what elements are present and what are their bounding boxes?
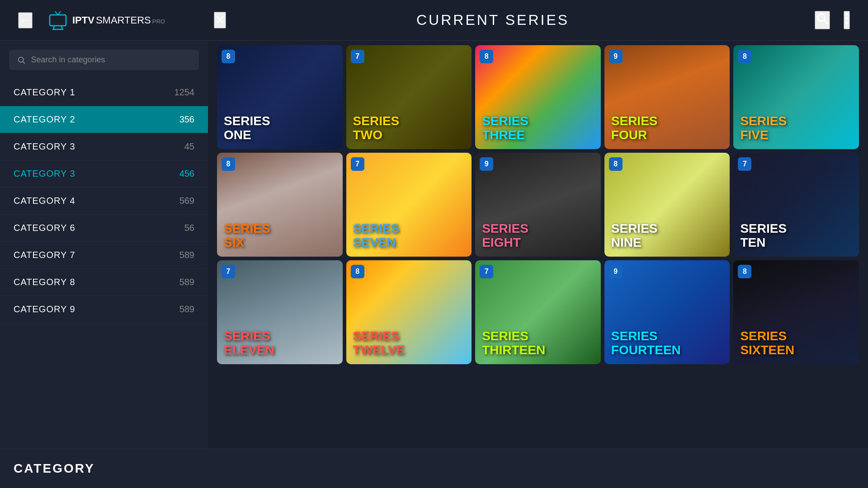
episode-badge: 8 bbox=[351, 265, 364, 278]
sidebar-item-category-8[interactable]: CATEGORY 8 589 bbox=[0, 269, 208, 296]
sidebar-item-category-4[interactable]: CATEGORY 3 456 bbox=[0, 160, 208, 188]
sidebar-item-category-1[interactable]: CATEGORY 1 1254 bbox=[0, 79, 208, 106]
episode-badge: 7 bbox=[351, 50, 364, 63]
category-name: CATEGORY 4 bbox=[14, 196, 75, 206]
more-menu-button[interactable] bbox=[844, 11, 850, 29]
card-background: 8 SERIESTHREE bbox=[475, 45, 601, 149]
series-card-7[interactable]: 7 SERIESSEVEN bbox=[346, 153, 472, 257]
category-count: 589 bbox=[179, 304, 194, 314]
series-card-2[interactable]: 7 SERIESTWO bbox=[346, 45, 472, 149]
card-background: 9 SERIESEIGHT bbox=[475, 153, 601, 257]
header-right bbox=[760, 11, 850, 29]
bottom-bar: CATEGORY bbox=[0, 449, 868, 488]
sidebar-item-category-9[interactable]: CATEGORY 9 589 bbox=[0, 296, 208, 323]
category-name: CATEGORY 9 bbox=[14, 304, 75, 314]
series-title: SERIESSIXTEEN bbox=[740, 329, 794, 357]
category-name: CATEGORY 8 bbox=[14, 277, 75, 287]
series-title: SERIESTHREE bbox=[482, 114, 528, 142]
search-box[interactable] bbox=[9, 50, 199, 70]
category-count: 1254 bbox=[175, 87, 195, 98]
header: ← IPTV SMARTERS PRO ✕ CURRENT SERIES bbox=[0, 0, 868, 41]
category-list: CATEGORY 1 1254 CATEGORY 2 356 CATEGORY … bbox=[0, 79, 208, 323]
sidebar-item-category-5[interactable]: CATEGORY 4 569 bbox=[0, 188, 208, 215]
series-card-15[interactable]: 8 SERIESSIXTEEN bbox=[733, 260, 859, 364]
category-name: CATEGORY 2 bbox=[14, 114, 75, 125]
episode-badge: 9 bbox=[609, 265, 623, 278]
series-title: SERIESFOURTEEN bbox=[611, 329, 681, 357]
series-title: SERIESTWO bbox=[353, 114, 400, 142]
episode-badge: 9 bbox=[480, 157, 493, 171]
search-icon bbox=[816, 12, 829, 25]
logo-icon bbox=[46, 9, 70, 32]
dots-icon bbox=[844, 12, 849, 25]
series-title: SERIESEIGHT bbox=[482, 222, 528, 250]
episode-badge: 8 bbox=[738, 265, 751, 278]
series-card-1[interactable]: 8 SERIESONE bbox=[217, 45, 343, 149]
series-title: SERIESNINE bbox=[611, 222, 658, 250]
episode-badge: 8 bbox=[222, 50, 235, 63]
card-background: 8 SERIESONE bbox=[217, 45, 343, 149]
category-count: 456 bbox=[179, 169, 194, 179]
series-title: SERIESFIVE bbox=[740, 114, 787, 142]
svg-line-13 bbox=[23, 61, 24, 63]
episode-badge: 8 bbox=[222, 157, 235, 171]
series-card-10[interactable]: 7 SERIESTEN bbox=[733, 153, 859, 257]
series-card-11[interactable]: 7 SERIESELEVEN bbox=[217, 260, 343, 364]
grid-row-1: 8 SERIESONE 7 SERIESTWO 8 SERIESTHREE bbox=[217, 45, 859, 149]
sidebar-item-category-6[interactable]: CATEGORY 6 56 bbox=[0, 215, 208, 242]
sidebar-item-category-3[interactable]: CATEGORY 3 45 bbox=[0, 133, 208, 160]
series-card-3[interactable]: 8 SERIESTHREE bbox=[475, 45, 601, 149]
back-button[interactable]: ← bbox=[18, 12, 33, 28]
card-background: 9 SERIESFOURTEEN bbox=[604, 260, 730, 364]
category-name: CATEGORY 1 bbox=[14, 87, 75, 98]
close-button[interactable]: ✕ bbox=[214, 12, 226, 28]
svg-point-9 bbox=[845, 13, 848, 15]
grid-row-2: 8 SERIESSIX 7 SERIESSEVEN 9 SERIESEIGHT bbox=[217, 153, 859, 257]
series-title: SERIESTHIRTEEN bbox=[482, 329, 545, 357]
series-card-9[interactable]: 8 SERIESNINE bbox=[604, 153, 730, 257]
card-background: 8 SERIESNINE bbox=[604, 153, 730, 257]
episode-badge: 8 bbox=[480, 50, 493, 63]
series-title: SERIESFOUR bbox=[611, 114, 658, 142]
search-input[interactable] bbox=[31, 55, 191, 65]
series-card-12[interactable]: 8 SERIESTWELVE bbox=[346, 260, 472, 364]
card-background: 7 SERIESELEVEN bbox=[217, 260, 343, 364]
category-count: 589 bbox=[179, 277, 194, 287]
series-card-5[interactable]: 8 SERIESFIVE bbox=[733, 45, 859, 149]
svg-point-10 bbox=[845, 17, 848, 20]
card-background: 7 SERIESTWO bbox=[346, 45, 472, 149]
series-title: SERIESONE bbox=[224, 114, 270, 142]
category-count: 45 bbox=[184, 141, 194, 152]
series-card-6[interactable]: 8 SERIESSIX bbox=[217, 153, 343, 257]
episode-badge: 7 bbox=[351, 157, 364, 171]
search-box-icon bbox=[17, 56, 25, 65]
main-content: CATEGORY 1 1254 CATEGORY 2 356 CATEGORY … bbox=[0, 41, 868, 449]
grid-row-3: 7 SERIESELEVEN 8 SERIESTWELVE 7 SERIEST bbox=[217, 260, 859, 364]
episode-badge: 7 bbox=[222, 265, 235, 278]
category-count: 569 bbox=[179, 196, 194, 206]
card-background: 8 SERIESTWELVE bbox=[346, 260, 472, 364]
series-card-14[interactable]: 9 SERIESFOURTEEN bbox=[604, 260, 730, 364]
card-background: 9 SERIESFOUR bbox=[604, 45, 730, 149]
svg-point-11 bbox=[845, 22, 848, 24]
logo-text: IPTV SMARTERS PRO bbox=[72, 14, 165, 26]
series-card-4[interactable]: 9 SERIESFOUR bbox=[604, 45, 730, 149]
episode-badge: 7 bbox=[480, 265, 493, 278]
bottom-bar-label: CATEGORY bbox=[14, 461, 95, 476]
search-button[interactable] bbox=[815, 11, 830, 29]
category-count: 356 bbox=[179, 114, 194, 125]
svg-line-8 bbox=[824, 20, 828, 24]
sidebar-item-category-7[interactable]: CATEGORY 7 589 bbox=[0, 242, 208, 269]
card-background: 7 SERIESSEVEN bbox=[346, 153, 472, 257]
page-title: CURRENT SERIES bbox=[416, 12, 569, 28]
series-card-13[interactable]: 7 SERIESTHIRTEEN bbox=[475, 260, 601, 364]
header-center: CURRENT SERIES bbox=[226, 12, 760, 28]
series-card-8[interactable]: 9 SERIESEIGHT bbox=[475, 153, 601, 257]
sidebar: CATEGORY 1 1254 CATEGORY 2 356 CATEGORY … bbox=[0, 41, 208, 449]
sidebar-item-category-2[interactable]: CATEGORY 2 356 bbox=[0, 106, 208, 133]
series-grid: 8 SERIESONE 7 SERIESTWO 8 SERIESTHREE bbox=[217, 45, 859, 364]
series-title: SERIESSIX bbox=[224, 222, 270, 250]
category-name: CATEGORY 3 bbox=[14, 141, 75, 152]
episode-badge: 7 bbox=[738, 157, 751, 171]
episode-badge: 8 bbox=[609, 157, 623, 171]
